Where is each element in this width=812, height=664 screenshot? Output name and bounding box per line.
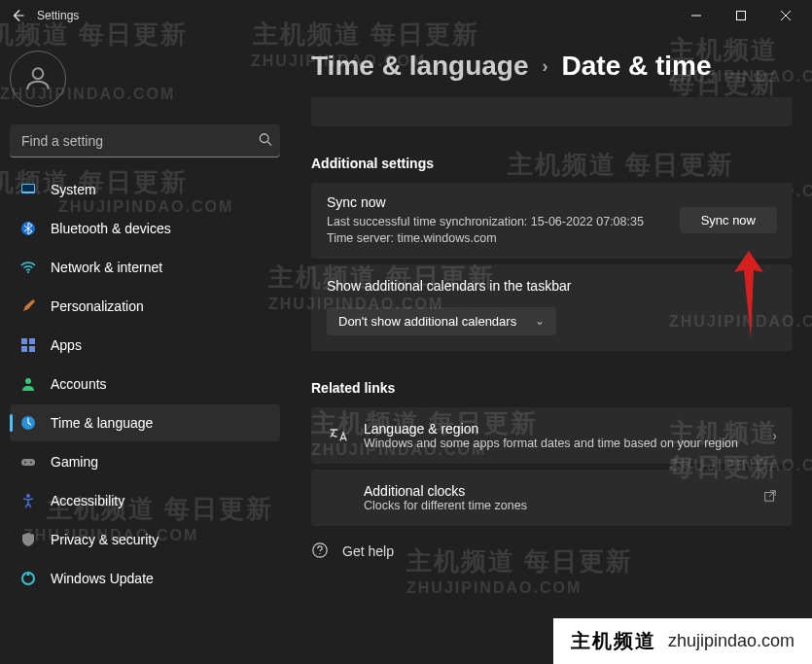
sidebar-item-personalization[interactable]: Personalization	[10, 288, 280, 325]
nav-label: Privacy & security	[51, 532, 159, 547]
avatar[interactable]	[10, 51, 66, 107]
sidebar: System Bluetooth & devices Network & int…	[0, 31, 290, 664]
svg-rect-12	[29, 338, 35, 344]
apps-icon	[19, 336, 37, 354]
sync-last-success: Last successful time synchronization: 15…	[327, 214, 644, 230]
nav-label: Accounts	[51, 376, 107, 392]
nav-label: Bluetooth & devices	[51, 221, 171, 236]
get-help-label: Get help	[342, 543, 394, 559]
user-icon	[22, 63, 53, 94]
nav-list: System Bluetooth & devices Network & int…	[10, 171, 280, 597]
search-icon	[259, 133, 272, 150]
maximize-button[interactable]	[719, 0, 763, 31]
nav-label: System	[51, 182, 96, 197]
search-input[interactable]	[10, 124, 280, 157]
svg-point-20	[26, 494, 30, 498]
card-placeholder	[311, 97, 793, 126]
update-icon	[19, 570, 37, 587]
clock-globe-icon	[19, 414, 37, 432]
nav-label: Personalization	[51, 298, 144, 314]
section-additional-settings: Additional settings	[311, 156, 793, 171]
nav-label: Apps	[51, 337, 82, 353]
footer-cn: 主机频道	[571, 628, 656, 654]
chevron-right-icon: ›	[772, 428, 777, 443]
display-icon	[19, 181, 37, 198]
link-title: Additional clocks	[364, 483, 750, 499]
sidebar-item-windows-update[interactable]: Windows Update	[10, 560, 280, 597]
brush-icon	[19, 297, 37, 315]
svg-point-15	[25, 378, 31, 384]
help-icon	[311, 542, 329, 562]
svg-point-4	[33, 68, 44, 79]
shield-icon	[19, 531, 37, 548]
breadcrumb-parent[interactable]: Time & language	[311, 51, 529, 82]
close-button[interactable]	[763, 0, 808, 31]
svg-point-19	[30, 462, 32, 464]
maximize-icon	[736, 11, 746, 20]
minimize-icon	[691, 11, 701, 20]
link-card-additional-clocks[interactable]: Additional clocks Clocks for different t…	[311, 470, 793, 526]
svg-point-18	[24, 462, 26, 464]
svg-rect-1	[737, 12, 746, 20]
sync-title: Sync now	[327, 194, 644, 210]
sidebar-item-system[interactable]: System	[10, 171, 280, 208]
arrow-left-icon	[11, 9, 24, 22]
page-title: Date & time	[562, 51, 712, 82]
language-icon	[327, 426, 350, 445]
external-link-icon	[763, 489, 777, 506]
section-related-links: Related links	[311, 380, 793, 396]
nav-label: Network & internet	[51, 260, 162, 275]
breadcrumb: Time & language › Date & time	[311, 51, 793, 82]
nav-label: Gaming	[51, 454, 98, 470]
link-title: Language & region	[364, 421, 759, 437]
chevron-down-icon: ⌄	[535, 314, 545, 328]
svg-rect-11	[21, 338, 27, 344]
gamepad-icon	[19, 453, 37, 471]
footer-en: zhujipindao.com	[668, 631, 794, 651]
back-button[interactable]	[8, 6, 27, 25]
sidebar-item-bluetooth[interactable]: Bluetooth & devices	[10, 210, 280, 247]
additional-calendars-dropdown[interactable]: Don't show additional calendars ⌄	[327, 307, 556, 335]
svg-line-6	[267, 142, 271, 146]
svg-point-5	[260, 134, 268, 143]
sidebar-item-gaming[interactable]: Gaming	[10, 443, 280, 480]
window-title: Settings	[37, 9, 79, 22]
bluetooth-icon	[19, 220, 37, 237]
titlebar: Settings	[0, 0, 812, 31]
sidebar-item-time-language[interactable]: Time & language	[10, 404, 280, 441]
svg-rect-17	[21, 459, 35, 466]
link-sub: Clocks for different time zones	[364, 499, 750, 512]
sidebar-item-accessibility[interactable]: Accessibility	[10, 482, 280, 519]
close-icon	[781, 11, 791, 20]
accessibility-icon	[19, 492, 37, 509]
sidebar-item-accounts[interactable]: Accounts	[10, 366, 280, 402]
svg-point-24	[319, 553, 320, 554]
minimize-button[interactable]	[674, 0, 719, 31]
sidebar-item-privacy[interactable]: Privacy & security	[10, 521, 280, 558]
wifi-icon	[19, 259, 37, 276]
sync-time-server: Time server: time.windows.com	[327, 230, 644, 247]
svg-point-10	[27, 271, 29, 273]
svg-rect-14	[29, 346, 35, 352]
additional-calendars-card: Show additional calendars in the taskbar…	[311, 264, 793, 351]
link-sub: Windows and some apps format dates and t…	[364, 437, 759, 450]
sidebar-item-network[interactable]: Network & internet	[10, 249, 280, 286]
link-card-language-region[interactable]: Language & region Windows and some apps …	[311, 407, 793, 464]
footer-watermark: 主机频道 zhujipindao.com	[553, 618, 812, 664]
additional-calendars-title: Show additional calendars in the taskbar	[327, 278, 777, 294]
sync-now-button[interactable]: Sync now	[680, 207, 777, 233]
nav-label: Windows Update	[51, 571, 154, 586]
main-content: Time & language › Date & time Additional…	[290, 31, 812, 664]
nav-label: Accessibility	[51, 493, 124, 508]
svg-rect-8	[22, 185, 34, 192]
person-icon	[19, 375, 37, 393]
chevron-right-icon: ›	[543, 56, 548, 77]
get-help-link[interactable]: Get help	[311, 532, 793, 562]
search-box[interactable]	[10, 124, 280, 157]
dropdown-selected: Don't show additional calendars	[338, 314, 516, 329]
svg-rect-13	[21, 346, 27, 352]
sync-now-card: Sync now Last successful time synchroniz…	[311, 183, 793, 259]
sidebar-item-apps[interactable]: Apps	[10, 327, 280, 364]
nav-label: Time & language	[51, 415, 153, 431]
